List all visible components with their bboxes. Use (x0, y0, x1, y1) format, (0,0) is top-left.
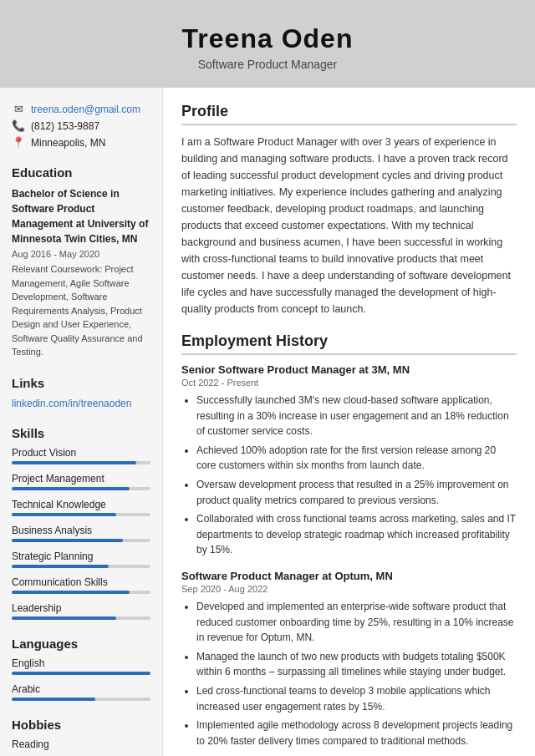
skill-bar-bg (12, 565, 150, 568)
main-content: Profile I am a Software Product Manager … (163, 88, 535, 756)
phone-item: 📞 (812) 153-9887 (12, 119, 150, 132)
skill-bar-fill (12, 487, 130, 490)
skill-name: Product Vision (12, 447, 150, 459)
candidate-name: Treena Oden (17, 23, 518, 54)
skill-name: Communication Skills (12, 576, 150, 588)
skill-item: Business Analysis (12, 525, 150, 542)
education-section: Education Bachelor of Science in Softwar… (12, 165, 150, 359)
profile-title: Profile (181, 103, 517, 125)
skill-name: Strategic Planning (12, 551, 150, 562)
language-name: Arabic (12, 683, 150, 695)
skill-bar-fill (12, 539, 123, 542)
job-title: Software Product Manager at Optum, MN (181, 570, 517, 582)
education-title: Education (12, 165, 150, 180)
skill-bar-bg (12, 591, 150, 594)
links-title: Links (12, 376, 150, 390)
phone-text: (812) 153-9887 (31, 120, 99, 132)
job-bullet: Led cross-functional teams to develop 3 … (196, 683, 517, 714)
language-item: Arabic (12, 683, 150, 701)
language-bar-bg (12, 698, 150, 701)
hobby-item: Reading (12, 738, 150, 750)
language-bar-fill (12, 698, 95, 701)
email-icon: ✉ (12, 103, 25, 115)
location-item: 📍 Minneapolis, MN (12, 136, 150, 149)
hobbies-section: Hobbies Reading (12, 718, 150, 750)
skill-item: Strategic Planning (12, 551, 150, 568)
education-dates: Aug 2016 - May 2020 (12, 249, 150, 259)
profile-section: Profile I am a Software Product Manager … (181, 103, 517, 317)
languages-title: Languages (12, 637, 150, 651)
job-item: Software Product Manager at Optum, MN Se… (181, 570, 517, 748)
linkedin-link[interactable]: linkedin.com/in/treenaoden (12, 398, 131, 409)
language-item: English (12, 657, 150, 675)
skill-item: Leadership (12, 602, 150, 620)
location-text: Minneapolis, MN (31, 137, 105, 149)
job-dates: Sep 2020 - Aug 2022 (181, 584, 517, 594)
skill-bar-bg (12, 487, 150, 490)
linkedin-item: linkedin.com/in/treenaoden (12, 397, 150, 409)
skill-bar-bg (12, 539, 150, 542)
languages-container: English Arabic (12, 657, 150, 701)
language-name: English (12, 657, 150, 669)
jobs-container: Senior Software Product Manager at 3M, M… (181, 363, 517, 748)
profile-text: I am a Software Product Manager with ove… (181, 134, 517, 317)
sidebar: ✉ treena.oden@gmail.com 📞 (812) 153-9887… (0, 88, 163, 756)
skill-bar-bg (12, 461, 150, 464)
skill-item: Product Vision (12, 447, 150, 464)
job-bullets: Successfully launched 3M's new cloud-bas… (181, 393, 517, 558)
email-item: ✉ treena.oden@gmail.com (12, 103, 150, 115)
job-bullets: Developed and implemented an enterprise-… (181, 599, 517, 748)
skill-name: Business Analysis (12, 525, 150, 536)
education-courses: Relevant Coursework: Project Management,… (12, 262, 150, 359)
employment-title: Employment History (181, 332, 517, 355)
hobbies-title: Hobbies (12, 718, 150, 732)
job-bullet: Achieved 100% adoption rate for the firs… (196, 443, 517, 474)
skill-bar-fill (12, 513, 116, 516)
hobbies-container: Reading (12, 738, 150, 750)
skill-item: Project Management (12, 473, 150, 490)
skill-bar-fill (12, 616, 116, 620)
contact-section: ✉ treena.oden@gmail.com 📞 (812) 153-9887… (12, 103, 150, 149)
content-area: ✉ treena.oden@gmail.com 📞 (812) 153-9887… (0, 88, 535, 756)
skill-bar-fill (12, 591, 130, 594)
employment-section: Employment History Senior Software Produ… (181, 332, 517, 748)
language-bar-fill (12, 672, 150, 675)
skills-container: Product Vision Project Management Techni… (12, 447, 150, 620)
job-title: Senior Software Product Manager at 3M, M… (181, 363, 517, 376)
education-degree: Bachelor of Science in Software Product … (12, 186, 150, 246)
job-bullet: Successfully launched 3M's new cloud-bas… (196, 393, 517, 439)
header: Treena Oden Software Product Manager (0, 0, 535, 88)
skill-name: Technical Knowledge (12, 499, 150, 510)
job-bullet: Oversaw development process that resulte… (196, 477, 517, 508)
phone-icon: 📞 (12, 119, 25, 132)
location-icon: 📍 (12, 136, 25, 149)
languages-section: Languages English Arabic (12, 637, 150, 701)
skill-bar-bg (12, 616, 150, 620)
job-bullet: Collaborated with cross functional teams… (196, 511, 517, 558)
job-bullet: Managed the launch of two new products w… (196, 649, 517, 680)
language-bar-bg (12, 672, 150, 675)
skill-bar-bg (12, 513, 150, 516)
skill-name: Project Management (12, 473, 150, 485)
skill-name: Leadership (12, 602, 150, 614)
skill-item: Communication Skills (12, 576, 150, 594)
links-section: Links linkedin.com/in/treenaoden (12, 376, 150, 409)
job-item: Senior Software Product Manager at 3M, M… (181, 363, 517, 558)
skills-title: Skills (12, 426, 150, 440)
skills-section: Skills Product Vision Project Management… (12, 426, 150, 620)
candidate-title: Software Product Manager (17, 58, 518, 71)
skill-bar-fill (12, 461, 136, 464)
skill-item: Technical Knowledge (12, 499, 150, 516)
job-bullet: Implemented agile methodology across 8 d… (196, 718, 517, 748)
email-link[interactable]: treena.oden@gmail.com (31, 104, 140, 115)
skill-bar-fill (12, 565, 109, 568)
job-dates: Oct 2022 - Present (181, 378, 517, 388)
job-bullet: Developed and implemented an enterprise-… (196, 599, 517, 646)
